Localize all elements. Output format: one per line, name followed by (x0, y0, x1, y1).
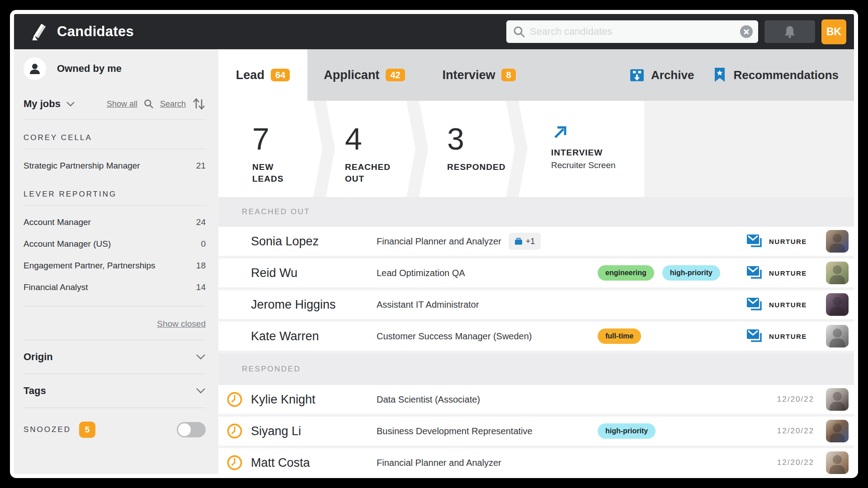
job-count: 0 (201, 239, 206, 249)
nurture-action[interactable]: NURTURE (746, 234, 826, 249)
candidate-row-sonia-lopez[interactable]: Sonia Lopez Financial Planner and Analyz… (218, 227, 854, 256)
candidate-row-kylie-knight[interactable]: Kylie Knight Data Scientist (Associate) … (218, 385, 854, 414)
job-count: 18 (196, 261, 206, 271)
my-jobs-dropdown[interactable]: My jobs (24, 98, 75, 110)
candidate-list: REACHED OUT Sonia Lopez Financial Planne… (218, 197, 854, 474)
archive-button[interactable]: Archive (630, 68, 694, 82)
nurture-action[interactable]: NURTURE (746, 329, 826, 343)
tag-high-priority: high-priority (662, 265, 720, 281)
section-heading-reached-out: REACHED OUT (218, 197, 854, 227)
tab-applicant[interactable]: Applicant 42 (307, 49, 421, 101)
candidate-row-siyang-li[interactable]: Siyang Li Business Development Represent… (218, 417, 854, 446)
sidebar-job-financial-analyst[interactable]: Financial Analyst 14 (24, 282, 206, 292)
stage-responded-count: 3 (447, 123, 515, 154)
chevron-down-icon (66, 101, 75, 107)
show-all-link[interactable]: Show all (107, 99, 137, 109)
snooze-clock-icon (226, 423, 243, 439)
candidate-position: Business Development Representative (377, 426, 533, 436)
candidate-name: Jerome Higgins (251, 298, 377, 312)
divider (24, 119, 206, 120)
tags-filter-toggle[interactable]: Tags (24, 385, 206, 397)
candidate-photo (826, 388, 849, 411)
sidebar-job-account-manager-us[interactable]: Account Manager (US) 0 (24, 239, 206, 249)
stage-new-leads-label: NEW LEADS (252, 161, 307, 184)
candidate-row-matt-costa[interactable]: Matt Costa Financial Planner and Analyze… (218, 448, 854, 474)
job-name: Account Manager (US) (24, 239, 111, 249)
snoozed-toggle[interactable] (177, 422, 206, 437)
search-input[interactable] (530, 26, 737, 38)
stage-interview-sublabel: Recruiter Screen (551, 160, 644, 170)
bookmark-star-icon (713, 67, 726, 83)
responded-date: 12/20/22 (746, 395, 826, 404)
job-count: 21 (196, 161, 206, 171)
candidate-row-reid-wu[interactable]: Reid Wu Lead Optimization QA engineering… (218, 258, 854, 287)
tab-interview-label: Interview (442, 68, 495, 82)
divider (24, 374, 206, 374)
job-group-heading: LEVER REPORTING (24, 190, 206, 199)
briefcase-icon (514, 238, 523, 245)
arrow-up-right-icon (551, 123, 569, 141)
job-name: Engagement Partner, Partnerships (24, 261, 156, 271)
stage-new-leads[interactable]: 7 NEW LEADS (218, 101, 322, 197)
lever-logo-icon[interactable] (27, 21, 48, 42)
page-title: Candidates (57, 23, 134, 40)
divider (24, 306, 206, 306)
responded-date: 12/20/22 (746, 427, 826, 436)
candidate-row-jerome-higgins[interactable]: Jerome Higgins Assistant IT Administrato… (218, 290, 854, 319)
recommendations-button[interactable]: Recommendations (713, 67, 839, 83)
stage-reached-out-count: 4 (345, 123, 415, 154)
candidate-photo (826, 420, 849, 442)
divider (24, 408, 206, 408)
owner-avatar (24, 57, 46, 80)
stage-responded[interactable]: 3 RESPONDED (419, 101, 515, 197)
user-avatar-button[interactable]: BK (821, 19, 846, 44)
tab-interview[interactable]: Interview 8 (421, 49, 537, 101)
job-name: Financial Analyst (24, 282, 88, 292)
nurture-action[interactable]: NURTURE (746, 266, 826, 280)
stage-reached-out[interactable]: 4 REACHED OUT (326, 101, 415, 197)
divider (24, 205, 206, 206)
owner-filter[interactable]: Owned by me (24, 57, 206, 80)
job-group-heading: COREY CELLA (24, 133, 206, 142)
divider (24, 149, 206, 149)
my-jobs-label: My jobs (24, 98, 61, 110)
candidate-photo (826, 262, 849, 284)
candidates-main: Lead 64 Applicant 42 Interview 8 (218, 49, 854, 474)
search-jobs-link[interactable]: Search (160, 99, 186, 109)
chevron-down-icon (196, 388, 206, 394)
sidebar-job-account-manager[interactable]: Account Manager 24 (24, 217, 206, 227)
extra-jobs-chip: +1 (509, 233, 541, 250)
tab-applicant-label: Applicant (324, 68, 379, 82)
candidate-photo (826, 451, 849, 474)
sort-icon[interactable] (192, 98, 206, 110)
nurture-mail-icon (746, 234, 763, 249)
candidate-position: Data Scientist (Associate) (377, 394, 480, 405)
origin-filter-toggle[interactable]: Origin (24, 351, 206, 363)
tab-lead-count-badge: 64 (271, 69, 290, 81)
extra-jobs-count: +1 (526, 237, 535, 246)
candidate-row-kate-warren[interactable]: Kate Warren Customer Success Manager (Sw… (218, 322, 854, 351)
job-count: 24 (196, 217, 206, 227)
tab-lead[interactable]: Lead 64 (218, 49, 307, 101)
candidate-name: Kate Warren (251, 329, 377, 343)
sidebar-job-engagement-partner[interactable]: Engagement Partner, Partnerships 18 (24, 261, 206, 271)
stage-interview[interactable]: INTERVIEW Recruiter Screen (519, 101, 644, 197)
candidate-name: Sonia Lopez (251, 235, 377, 249)
jobs-sidebar: Owned by me My jobs Show all Search (14, 49, 218, 474)
tag-high-priority: high-priority (598, 423, 656, 439)
notifications-button[interactable] (764, 20, 815, 43)
owner-filter-label: Owned by me (57, 63, 122, 75)
tab-lead-label: Lead (236, 68, 264, 82)
stage-new-leads-count: 7 (252, 123, 322, 154)
responded-date: 12/20/22 (746, 458, 826, 467)
nurture-action[interactable]: NURTURE (746, 297, 826, 312)
clear-search-icon[interactable] (740, 25, 753, 38)
show-closed-link[interactable]: Show closed (157, 319, 206, 328)
sidebar-job-strategic-partnership-manager[interactable]: Strategic Partnership Manager 21 (24, 161, 206, 171)
archive-label: Archive (651, 68, 694, 82)
toggle-knob (178, 423, 191, 436)
candidate-photo (826, 325, 849, 347)
recommendations-label: Recommendations (733, 68, 839, 82)
job-count: 14 (196, 282, 206, 292)
candidate-position: Financial Planner and Analyzer (377, 236, 501, 247)
